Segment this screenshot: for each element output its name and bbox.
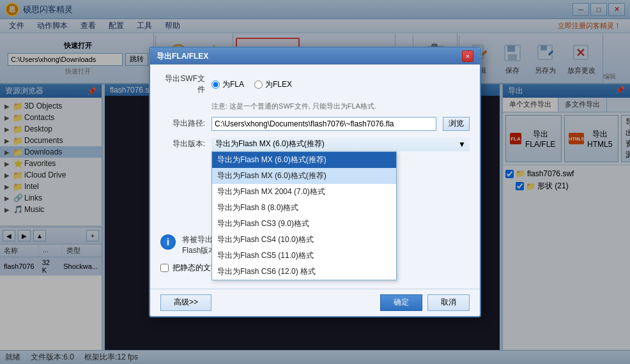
radio-fla-text: 为FLA	[222, 79, 244, 90]
dialog-footer-right: 确定 取消	[380, 294, 470, 311]
radio-group: 为FLA 为FLEX	[211, 79, 292, 90]
export-fla-dialog: 导出FLA/FLEX × 导出SWF文件 为FLA 为FLEX	[149, 47, 481, 317]
cancel-button[interactable]: 取消	[427, 294, 470, 311]
dialog-note: 注意: 这是一个普通的SWF文件, 只能导出为FLA格式.	[211, 102, 470, 111]
confirm-button[interactable]: 确定	[380, 294, 422, 311]
version-option-6[interactable]: 导出为Flash CS5 (11.0)格式	[212, 248, 396, 264]
version-option-1[interactable]: 导出为Flash MX (6.0)格式(推荐)	[212, 168, 396, 184]
version-selected-text: 导出为Flash MX (6.0)格式(推荐)	[215, 139, 325, 149]
dropdown-arrow: ▼	[458, 140, 466, 149]
dialog-titlebar: 导出FLA/FLEX ×	[150, 48, 480, 64]
version-dropdown: 导出为Flash MX (6.0)格式(推荐) 导出为Flash MX (6.0…	[211, 151, 397, 280]
version-option-4[interactable]: 导出为Flash CS3 (9.0)格式	[212, 216, 396, 232]
swf-file-label: 导出SWF文件	[160, 73, 205, 95]
export-path-label: 导出路径:	[160, 118, 205, 129]
export-version-label: 导出版本:	[160, 139, 205, 149]
version-option-7[interactable]: 导出为Flash CS6 (12.0) 格式	[212, 264, 396, 280]
radio-flex-text: 为FLEX	[265, 79, 292, 90]
dialog-body: 导出SWF文件 为FLA 为FLEX 注意: 这是一个普通的SWF文件, 只能导…	[150, 64, 480, 288]
version-dropdown-container: 导出为Flash MX (6.0)格式(推荐) ▼ 导出为Flash MX (6…	[211, 137, 470, 151]
version-option-3[interactable]: 导出为Flash 8 (8.0)格式	[212, 200, 396, 216]
version-option-2[interactable]: 导出为Flash MX 2004 (7.0)格式	[212, 184, 396, 200]
info-icon: i	[160, 234, 176, 250]
version-option-5[interactable]: 导出为Flash CS4 (10.0)格式	[212, 232, 396, 248]
radio-flex-label[interactable]: 为FLEX	[254, 79, 292, 90]
advanced-button[interactable]: 高级>>	[160, 294, 211, 311]
dialog-swf-file-row: 导出SWF文件 为FLA 为FLEX	[160, 73, 470, 95]
radio-fla-label[interactable]: 为FLA	[211, 79, 244, 90]
dialog-title: 导出FLA/FLEX	[157, 51, 208, 62]
convert-text-checkbox[interactable]	[160, 264, 169, 272]
dialog-close-button[interactable]: ×	[462, 50, 473, 62]
dialog-path-row: 导出路径: 浏览	[160, 117, 470, 131]
radio-fla[interactable]	[211, 80, 220, 89]
dialog-overlay: 导出FLA/FLEX × 导出SWF文件 为FLA 为FLEX	[0, 0, 630, 364]
version-select-value[interactable]: 导出为Flash MX (6.0)格式(推荐) ▼	[211, 137, 470, 151]
dialog-version-row: 导出版本: 导出为Flash MX (6.0)格式(推荐) ▼ 导出为Flash…	[160, 137, 470, 151]
dialog-footer: 高级>> 确定 取消	[150, 289, 480, 316]
version-option-0[interactable]: 导出为Flash MX (6.0)格式(推荐)	[212, 152, 396, 168]
export-path-input[interactable]	[211, 117, 436, 131]
browse-button[interactable]: 浏览	[443, 117, 470, 131]
radio-flex[interactable]	[254, 80, 263, 89]
